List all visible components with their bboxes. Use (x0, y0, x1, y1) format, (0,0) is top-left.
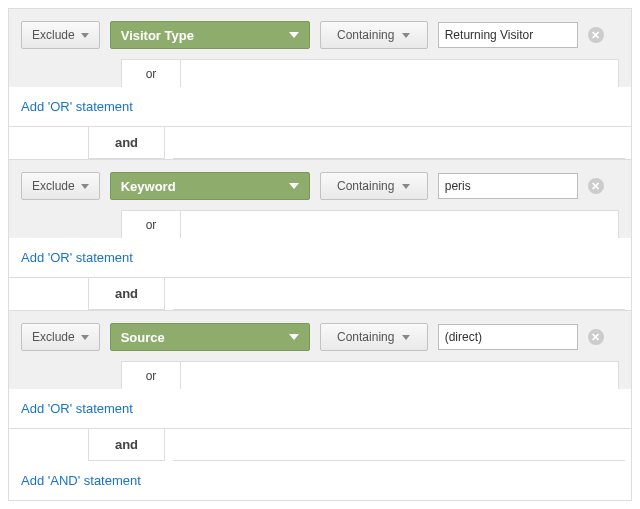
caret-down-icon (402, 184, 410, 189)
caret-down-icon (289, 32, 299, 38)
exclude-label: Exclude (32, 179, 75, 193)
match-dropdown[interactable]: Containing (320, 323, 428, 351)
dimension-label: Keyword (121, 179, 176, 194)
condition-block: Exclude Visitor Type Containing ✕ or Add… (8, 8, 632, 127)
dimension-dropdown[interactable]: Keyword (110, 172, 310, 200)
caret-down-icon (81, 335, 89, 340)
condition-row: Exclude Visitor Type Containing ✕ (21, 21, 619, 49)
match-dropdown[interactable]: Containing (320, 21, 428, 49)
caret-down-icon (402, 33, 410, 38)
add-or-strip: Add 'OR' statement (9, 389, 631, 428)
or-tab-row: or (21, 59, 619, 87)
and-connector: and (8, 127, 632, 159)
or-tab[interactable]: or (121, 361, 181, 389)
and-connector: and (8, 429, 632, 461)
dimension-label: Visitor Type (121, 28, 194, 43)
caret-down-icon (402, 335, 410, 340)
value-input[interactable] (438, 173, 578, 199)
caret-down-icon (289, 183, 299, 189)
remove-icon[interactable]: ✕ (588, 329, 604, 345)
remove-icon[interactable]: ✕ (588, 178, 604, 194)
add-or-link[interactable]: Add 'OR' statement (21, 401, 133, 416)
condition-row: Exclude Source Containing ✕ (21, 323, 619, 351)
add-or-link[interactable]: Add 'OR' statement (21, 250, 133, 265)
add-or-strip: Add 'OR' statement (9, 87, 631, 126)
caret-down-icon (81, 33, 89, 38)
dimension-dropdown[interactable]: Visitor Type (110, 21, 310, 49)
add-and-strip: Add 'AND' statement (8, 461, 632, 501)
exclude-button[interactable]: Exclude (21, 323, 100, 351)
match-label: Containing (337, 28, 394, 42)
add-or-link[interactable]: Add 'OR' statement (21, 99, 133, 114)
caret-down-icon (81, 184, 89, 189)
or-tab-row: or (21, 210, 619, 238)
or-tab-row: or (21, 361, 619, 389)
and-tab[interactable]: and (89, 127, 165, 159)
condition-block: Exclude Keyword Containing ✕ or Add 'OR'… (8, 159, 632, 278)
dimension-label: Source (121, 330, 165, 345)
add-or-strip: Add 'OR' statement (9, 238, 631, 277)
or-tab[interactable]: or (121, 210, 181, 238)
remove-icon[interactable]: ✕ (588, 27, 604, 43)
caret-down-icon (289, 334, 299, 340)
match-label: Containing (337, 330, 394, 344)
match-dropdown[interactable]: Containing (320, 172, 428, 200)
add-and-link[interactable]: Add 'AND' statement (21, 473, 141, 488)
and-tab[interactable]: and (89, 278, 165, 310)
and-connector: and (8, 278, 632, 310)
condition-row: Exclude Keyword Containing ✕ (21, 172, 619, 200)
exclude-label: Exclude (32, 330, 75, 344)
dimension-dropdown[interactable]: Source (110, 323, 310, 351)
value-input[interactable] (438, 324, 578, 350)
condition-block: Exclude Source Containing ✕ or Add 'OR' … (8, 310, 632, 429)
or-tab[interactable]: or (121, 59, 181, 87)
exclude-label: Exclude (32, 28, 75, 42)
match-label: Containing (337, 179, 394, 193)
exclude-button[interactable]: Exclude (21, 172, 100, 200)
value-input[interactable] (438, 22, 578, 48)
and-tab[interactable]: and (89, 429, 165, 461)
exclude-button[interactable]: Exclude (21, 21, 100, 49)
